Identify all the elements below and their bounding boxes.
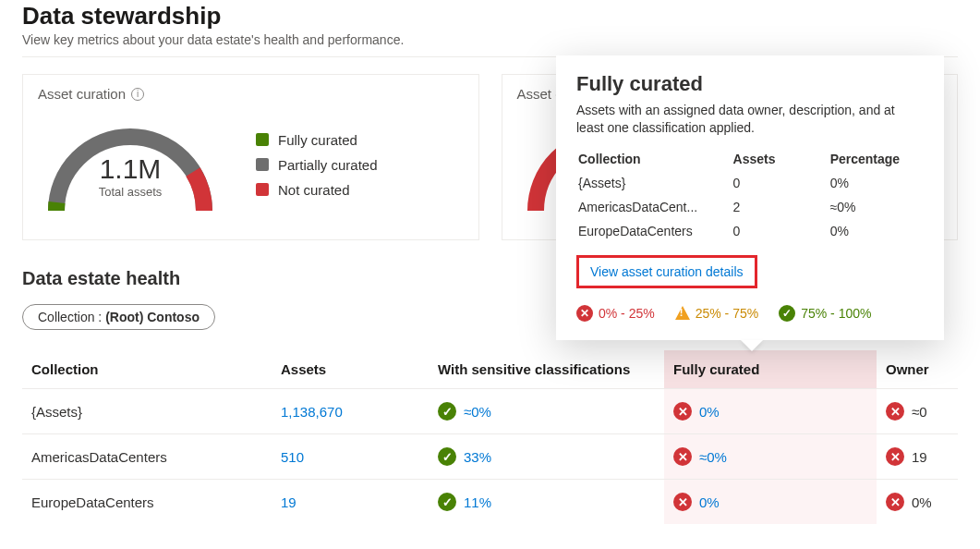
legend-label: Partially curated (278, 157, 378, 173)
status-value: 19 (912, 449, 927, 465)
status-cell: ✕0% (886, 493, 949, 511)
col-owner[interactable]: Owner (877, 350, 958, 389)
cell-collection: AmericasDataCenters (22, 434, 272, 480)
tt-cell-percentage: 0% (830, 172, 922, 194)
table-row: AmericasDataCenters510✓33%✕≈0%✕19 (22, 434, 958, 480)
status-value: ≈0 (912, 404, 927, 420)
tooltip-row: EuropeDataCenters00% (578, 220, 922, 242)
legend-not-curated: Not curated (256, 182, 378, 198)
status-value: 0% (912, 494, 932, 510)
cell-curated[interactable]: ✕0% (664, 389, 877, 434)
tt-cell-assets: 0 (733, 220, 829, 242)
tt-cell-collection: EuropeDataCenters (578, 220, 732, 242)
highlight-box: View asset curation details (576, 255, 757, 288)
col-collection[interactable]: Collection (22, 350, 272, 389)
tooltip-description: Assets with an assigned data owner, desc… (576, 102, 924, 137)
table-row: EuropeDataCenters19✓11%✕0%✕0% (22, 480, 958, 525)
swatch-icon (256, 158, 269, 171)
gauge-total-label: Total assets (38, 185, 223, 199)
status-value[interactable]: ≈0% (464, 404, 491, 420)
status-value[interactable]: 11% (464, 494, 491, 510)
x-icon: ✕ (673, 402, 692, 421)
card-title-curation: Asset curation (38, 86, 126, 102)
warning-icon (675, 306, 690, 320)
tt-cell-assets: 2 (733, 196, 829, 218)
status-value[interactable]: 0% (699, 404, 720, 420)
tooltip-legend: ✕ 0% - 25% 25% - 75% ✓ 75% - 100% (576, 305, 924, 322)
cell-assets[interactable]: 1,138,670 (272, 389, 429, 434)
curation-gauge: 1.1M Total assets (38, 109, 223, 220)
col-assets[interactable]: Assets (272, 350, 429, 389)
check-icon: ✓ (779, 305, 795, 322)
cell-assets[interactable]: 510 (272, 434, 429, 480)
col-sensitive[interactable]: With sensitive classifications (429, 350, 664, 389)
status-cell: ✓11% (438, 493, 655, 511)
legend-label: Not curated (278, 182, 350, 198)
filter-label: Collection : (38, 310, 105, 324)
cell-sensitive[interactable]: ✓33% (429, 434, 664, 480)
cell-curated[interactable]: ✕≈0% (664, 434, 877, 480)
status-cell: ✕0% (673, 493, 867, 511)
x-icon: ✕ (576, 305, 593, 322)
fully-curated-tooltip: Fully curated Assets with an assigned da… (556, 55, 944, 340)
page-subtitle: View key metrics about your data estate'… (22, 32, 958, 47)
status-cell: ✕0% (673, 402, 867, 421)
tt-cell-collection: AmericasDataCent... (578, 196, 732, 218)
x-icon: ✕ (673, 493, 692, 511)
status-cell: ✓33% (438, 447, 655, 466)
legend-partially-curated: Partially curated (256, 157, 378, 173)
status-value[interactable]: 0% (699, 494, 720, 510)
cell-owner[interactable]: ✕0% (877, 480, 958, 525)
table-header-row: Collection Assets With sensitive classif… (22, 350, 958, 389)
legend-text: 75% - 100% (801, 306, 871, 321)
x-icon: ✕ (886, 493, 904, 511)
status-value[interactable]: 33% (464, 449, 491, 465)
table-row: {Assets}1,138,670✓≈0%✕0%✕≈0 (22, 389, 958, 434)
x-icon: ✕ (886, 447, 904, 466)
legend-text: 25% - 75% (696, 306, 758, 321)
tooltip-legend-bad: ✕ 0% - 25% (576, 305, 655, 322)
status-cell: ✓≈0% (438, 402, 655, 421)
cell-owner[interactable]: ✕≈0 (877, 389, 958, 434)
tt-col-collection: Collection (578, 148, 732, 170)
cell-owner[interactable]: ✕19 (877, 434, 958, 480)
swatch-icon (256, 133, 269, 146)
cell-curated[interactable]: ✕0% (664, 480, 877, 525)
health-table: Collection Assets With sensitive classif… (22, 350, 958, 524)
tooltip-row: AmericasDataCent...2≈0% (578, 196, 922, 218)
filter-value: (Root) Contoso (105, 310, 200, 324)
swatch-icon (256, 183, 269, 196)
gauge-total-value: 1.1M (38, 153, 223, 185)
x-icon: ✕ (673, 447, 692, 466)
cell-assets[interactable]: 19 (272, 480, 429, 525)
check-icon: ✓ (438, 402, 456, 421)
tt-cell-assets: 0 (733, 172, 829, 194)
legend-label: Fully curated (278, 132, 357, 148)
legend-text: 0% - 25% (599, 306, 655, 321)
tt-cell-percentage: ≈0% (830, 196, 922, 218)
cell-sensitive[interactable]: ✓≈0% (429, 389, 664, 434)
cell-collection: EuropeDataCenters (22, 480, 272, 525)
status-cell: ✕≈0% (673, 447, 867, 466)
tt-col-assets: Assets (733, 148, 829, 170)
collection-filter-pill[interactable]: Collection : (Root) Contoso (22, 304, 215, 330)
tooltip-title: Fully curated (576, 72, 924, 96)
tt-cell-percentage: 0% (830, 220, 922, 242)
cell-sensitive[interactable]: ✓11% (429, 480, 664, 525)
tt-col-percentage: Percentage (830, 148, 922, 170)
view-curation-details-link[interactable]: View asset curation details (590, 264, 744, 279)
x-icon: ✕ (886, 402, 904, 421)
page-title: Data stewardship (22, 2, 958, 30)
tooltip-table: Collection Assets Percentage {Assets}00%… (576, 146, 924, 244)
col-curated[interactable]: Fully curated (664, 350, 877, 389)
cell-collection: {Assets} (22, 389, 272, 434)
check-icon: ✓ (438, 447, 456, 466)
info-icon[interactable]: i (131, 88, 144, 101)
tooltip-row: {Assets}00% (578, 172, 922, 194)
tooltip-legend-good: ✓ 75% - 100% (779, 305, 871, 322)
asset-curation-card: Asset curation i 1.1M Total assets (22, 74, 479, 240)
status-cell: ✕≈0 (886, 402, 949, 421)
tooltip-legend-warn: 25% - 75% (675, 305, 758, 322)
status-value[interactable]: ≈0% (699, 449, 727, 465)
status-cell: ✕19 (886, 447, 949, 466)
